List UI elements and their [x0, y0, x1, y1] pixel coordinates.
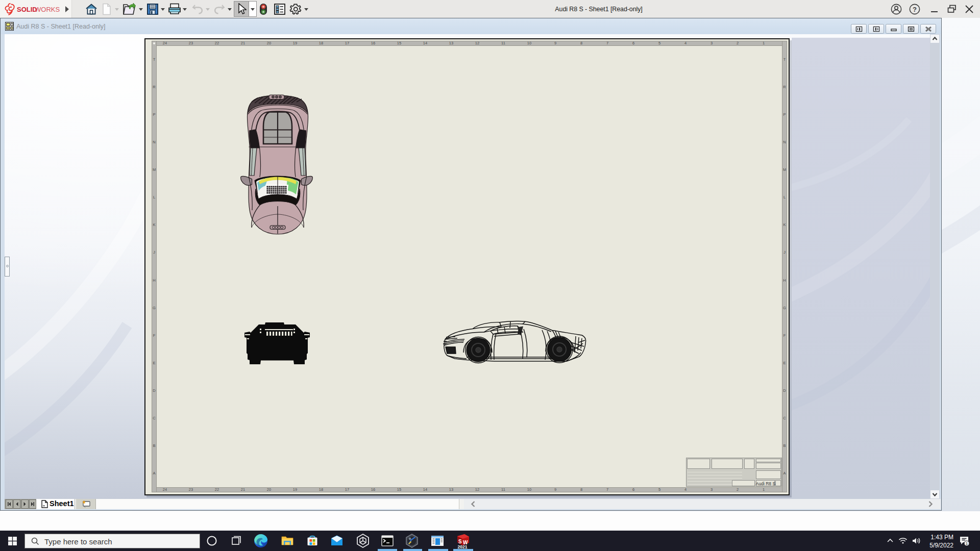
- svg-text:1: 1: [966, 541, 968, 546]
- svg-text:2021: 2021: [458, 544, 468, 549]
- svg-text:S: S: [458, 539, 462, 544]
- svg-text:SOLID: SOLID: [17, 6, 37, 13]
- svg-text:WORKS: WORKS: [35, 6, 60, 13]
- svg-text:Audi R8 S: Audi R8 S: [756, 481, 776, 486]
- svg-text:?: ?: [913, 6, 917, 13]
